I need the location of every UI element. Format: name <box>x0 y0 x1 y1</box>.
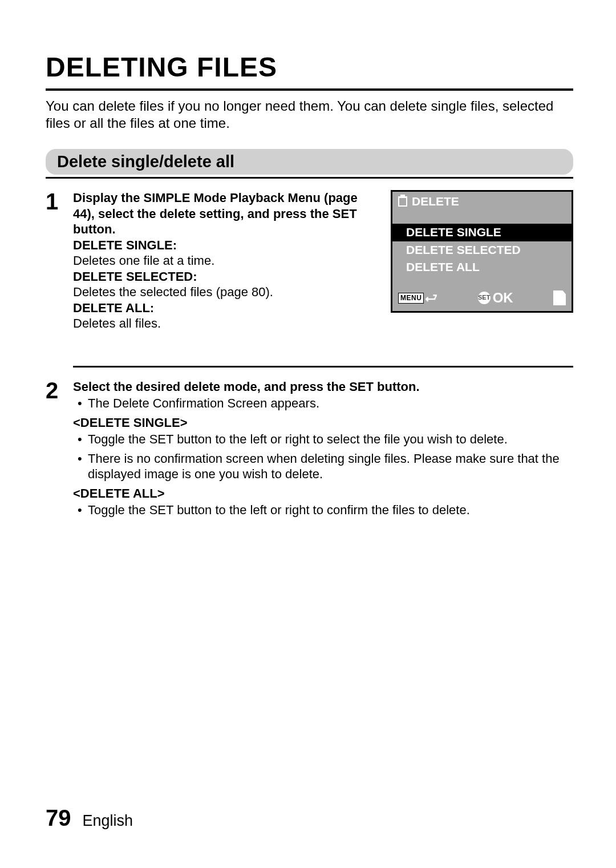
page-footer: 79 English <box>46 805 133 831</box>
page-title: DELETING FILES <box>46 51 573 83</box>
menu-label: MENU <box>398 293 424 304</box>
back-arrow-icon: ⮐ <box>425 290 437 306</box>
divider <box>46 177 573 179</box>
screen-item-delete-single[interactable]: DELETE SINGLE <box>392 224 572 241</box>
step2-sub2-label: <DELETE ALL> <box>73 486 573 502</box>
section-heading: Delete single/delete all <box>46 149 573 175</box>
ok-label: OK <box>493 289 513 306</box>
step1-opt1-desc: Deletes one file at a time. <box>73 253 375 269</box>
menu-back-button[interactable]: MENU ⮐ <box>398 290 437 306</box>
step2-lead: Select the desired delete mode, and pres… <box>73 379 573 395</box>
ok-button[interactable]: SET OK <box>478 289 513 306</box>
step1-opt2-desc: Deletes the selected files (page 80). <box>73 284 375 300</box>
step1-lead: Display the SIMPLE Mode Playback Menu (p… <box>73 190 375 237</box>
step2-sub1-label: <DELETE SINGLE> <box>73 415 573 431</box>
screen-item-delete-selected[interactable]: DELETE SELECTED <box>392 241 572 259</box>
step-number: 1 <box>46 190 67 213</box>
camera-screen: DELETE DELETE SINGLE DELETE SELECTED DEL… <box>391 190 573 313</box>
intro-text: You can delete files if you no longer ne… <box>46 98 573 132</box>
step1-opt1-label: DELETE SINGLE: <box>73 237 375 253</box>
step2-bullet: Toggle the SET button to the left or rig… <box>76 502 573 518</box>
screen-header: DELETE <box>412 194 459 209</box>
page-number: 79 <box>46 805 71 831</box>
step1-opt2-label: DELETE SELECTED: <box>73 269 375 285</box>
screen-item-delete-all[interactable]: DELETE ALL <box>392 259 572 276</box>
step1-opt3-label: DELETE ALL: <box>73 300 375 316</box>
divider <box>46 88 573 91</box>
page-language: English <box>83 812 133 830</box>
step-2: 2 Select the desired delete mode, and pr… <box>46 379 573 522</box>
set-icon: SET <box>478 292 491 304</box>
step2-bullet: The Delete Confirmation Screen appears. <box>76 395 573 411</box>
trash-icon <box>398 196 407 207</box>
step2-bullet: Toggle the SET button to the left or rig… <box>76 431 573 447</box>
step-1: 1 Display the SIMPLE Mode Playback Menu … <box>46 190 573 332</box>
step-number: 2 <box>46 379 67 402</box>
step2-bullet: There is no confirmation screen when del… <box>76 451 573 482</box>
sd-card-icon <box>553 290 566 305</box>
step1-opt3-desc: Deletes all files. <box>73 316 375 332</box>
divider <box>73 366 573 368</box>
